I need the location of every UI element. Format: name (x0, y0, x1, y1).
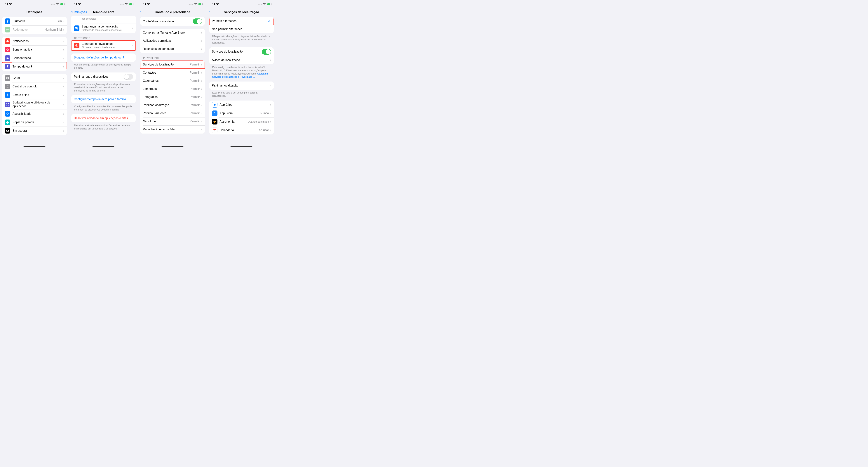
row-control-center[interactable]: Central de controlo › (2, 82, 67, 91)
row-label: Reconhecimento da fala (143, 128, 201, 131)
row-label: Sons e háptica (12, 48, 63, 52)
svg-rect-23 (134, 4, 134, 5)
row-content-privacy-toggle[interactable]: Conteúdo e privacidade (140, 17, 205, 26)
row-share-devices[interactable]: Partilhar entre dispositivos (71, 72, 136, 81)
row-allow-changes[interactable]: Permitir alterações ✓ (209, 17, 274, 25)
chevron-right-icon: › (270, 58, 271, 62)
row-label: Partilha Bluetooth (143, 111, 190, 115)
row-general[interactable]: Geral › (2, 74, 67, 82)
svg-rect-1 (60, 3, 63, 5)
row-value: Permitir (190, 79, 200, 83)
chevron-right-icon: › (201, 111, 202, 115)
row-mobile-data[interactable]: Rede móvel Nenhum SIM› (2, 25, 67, 34)
home-indicator[interactable] (161, 146, 184, 147)
back-button[interactable]: ‹ Definições (70, 10, 87, 14)
wifi-icon (194, 3, 197, 5)
row-allowed-apps[interactable]: Aplicações permitidas › (140, 37, 205, 45)
footer-share-loc: Este iPhone está a ser usado para partil… (209, 90, 274, 97)
row-label: Avisos de localização (212, 58, 270, 62)
antenna-icon (5, 27, 10, 32)
row-speech-recognition[interactable]: Reconhecimento da fala › (140, 125, 205, 134)
home-indicator[interactable] (92, 146, 115, 147)
row-bluetooth[interactable]: Bluetooth Sim› (2, 17, 67, 25)
row-display[interactable]: Ecrã e brilho › (2, 91, 67, 99)
row-lock-settings[interactable]: Bloquear definições de Tempo de ecrã (71, 54, 136, 62)
svg-point-18 (8, 122, 9, 123)
row-photos[interactable]: Fotografias Permitir› (140, 93, 205, 101)
row-comm-safety[interactable]: Segurança na comunicação Proteger de con… (71, 23, 136, 33)
row-accessibility[interactable]: Acessibilidade › (2, 110, 67, 118)
loc-toggle[interactable] (262, 49, 271, 55)
row-home-screen[interactable]: Ecrã principal e biblioteca de aplicaçõe… (2, 99, 67, 110)
row-content-privacy[interactable]: Conteúdo e privacidade Bloqueie conteúdo… (71, 40, 136, 50)
row-focus[interactable]: Concentração › (2, 54, 67, 62)
svg-rect-11 (6, 105, 7, 106)
row-astronomy[interactable]: Astronomia Quando partilhado› (209, 117, 274, 126)
footer-lock: Use um código para proteger as definiçõe… (71, 62, 136, 69)
row-content-restrictions[interactable]: Restrições de conteúdo › (140, 45, 205, 53)
row-value: Sim (57, 20, 62, 23)
row-loc-alerts[interactable]: Avisos de localização › (209, 56, 274, 64)
row-label: Não permitir alterações (212, 27, 271, 31)
row-location-services[interactable]: Serviços de localização Permitir› (140, 60, 205, 68)
chevron-right-icon: › (201, 31, 202, 35)
chevron-right-icon: › (63, 76, 64, 80)
app-clips-icon (212, 102, 217, 108)
row-microphone[interactable]: Microfone Permitir› (140, 117, 205, 125)
row-wallpaper[interactable]: Papel de parede › (2, 118, 67, 126)
screen-content-privacy: 17:50 ..... ‹ Conteúdo e privacidade Con… (138, 0, 207, 148)
row-deny-changes[interactable]: Não permitir alterações (209, 25, 274, 33)
moon-icon (5, 55, 10, 61)
row-bluetooth-share[interactable]: Partilha Bluetooth Permitir› (140, 109, 205, 117)
row-share-my-location[interactable]: Partilhar localização › (209, 82, 274, 90)
row-label: Conteúdo e privacidade (143, 20, 193, 23)
chevron-right-icon: › (270, 103, 271, 107)
nav-bar: ‹ Serviços de localização (207, 8, 276, 16)
row-label: Restrições de conteúdo (143, 47, 201, 51)
row-label: Desativar atividade em aplicações e site… (74, 116, 133, 120)
chevron-right-icon: › (63, 19, 64, 23)
row-itunes[interactable]: Compras na iTunes e App Store › (140, 29, 205, 37)
back-button[interactable]: ‹ (140, 10, 141, 14)
row-app-store[interactable]: App Store Nunca› (209, 109, 274, 117)
battery-charging-icon (129, 3, 134, 5)
svg-rect-26 (198, 3, 201, 5)
row-contacts[interactable]: Contactos Permitir› (140, 68, 205, 77)
row-reminders[interactable]: Lembretes Permitir› (140, 85, 205, 93)
row-screen-time[interactable]: Tempo de ecrã › (2, 62, 67, 71)
back-button[interactable]: ‹ (209, 10, 210, 14)
svg-rect-30 (272, 4, 272, 5)
row-label: Partilhar localização (212, 84, 270, 87)
chevron-right-icon: › (63, 120, 64, 124)
row-loc-services-toggle[interactable]: Serviços de localização (209, 48, 274, 56)
row-calendars[interactable]: Calendários Permitir› (140, 77, 205, 85)
svg-text:1: 1 (214, 130, 215, 132)
chevron-right-icon: › (63, 28, 64, 32)
svg-rect-29 (268, 3, 270, 5)
footer-share: Pode ativar esta opção em qualquer dispo… (71, 81, 136, 92)
row-family-setup[interactable]: Configurar tempo de ecrã para a família (71, 95, 136, 103)
share-toggle[interactable] (124, 74, 133, 80)
row-share-location[interactable]: Partilhar localização Permitir› (140, 101, 205, 109)
speaker-icon (5, 47, 10, 52)
row-partial[interactable]: nos contactos (71, 16, 136, 23)
row-label: Serviços de localização (212, 50, 262, 54)
row-label: Bluetooth (12, 19, 57, 23)
home-indicator[interactable] (23, 146, 45, 147)
settings-list: Bluetooth Sim› Rede móvel Nenhum SIM› No… (0, 16, 69, 148)
chevron-right-icon: › (201, 95, 202, 99)
row-disable-activity[interactable]: Desativar atividade em aplicações e site… (71, 114, 136, 122)
clock-icon (5, 128, 10, 134)
svg-point-14 (7, 122, 8, 123)
chevron-right-icon: › (63, 129, 64, 133)
content-privacy-toggle[interactable] (193, 19, 202, 24)
chevron-right-icon: › (201, 63, 202, 66)
row-app-clips[interactable]: App Clips › (209, 100, 274, 109)
row-standby[interactable]: Em espera › (2, 126, 67, 135)
row-sounds[interactable]: Sons e háptica › (2, 46, 67, 54)
home-indicator[interactable] (230, 146, 252, 147)
row-calendar-app[interactable]: 1 Calendário Ao usar› (209, 126, 274, 135)
row-notifications[interactable]: Notificações › (2, 37, 67, 46)
row-sub: Proteger de conteúdo de teor sensível (82, 29, 132, 32)
svg-rect-27 (203, 4, 203, 5)
